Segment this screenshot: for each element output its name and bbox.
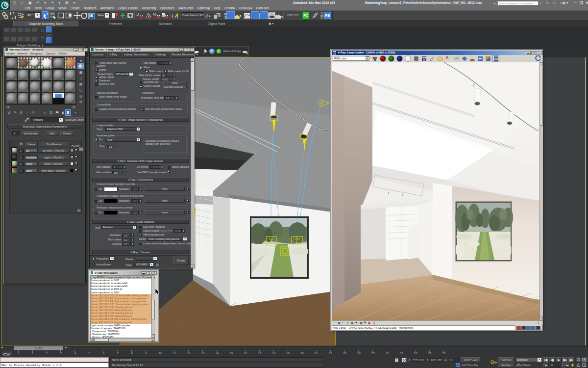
svg-text:3: 3 [136,12,139,17]
svg-text:{: { [172,13,173,18]
svg-text:Ω: Ω [457,56,459,59]
svg-text:%: % [153,12,156,17]
